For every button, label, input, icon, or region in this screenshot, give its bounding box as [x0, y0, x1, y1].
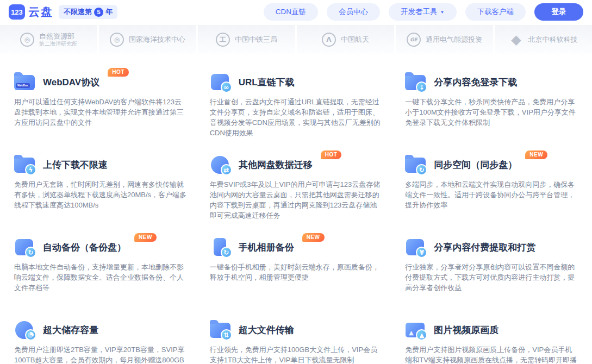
url-link-icon-glyph: ∞: [221, 81, 232, 93]
feature-title: 超大储存容量: [43, 324, 98, 336]
data-migration-icon: ⇄: [210, 155, 232, 174]
partner-name: 国家海洋技术中心: [129, 35, 185, 44]
feature-title: 图片视频原画质: [434, 324, 498, 336]
partner-name: 中国航天: [341, 35, 369, 44]
paid-share-icon-glyph: ¥: [416, 247, 427, 258]
feature-title: 上传下载不限速: [43, 159, 108, 171]
feature-card: ↻ 手机相册备份 NEW 一键备份手机相册，美好时刻云端永存，原画质备份，释放手…: [210, 237, 383, 320]
feature-description: 免费用户无套路，忙时闲时无差别，网速有多快传输就有多快，浏览器单线程下载速度高达…: [14, 179, 187, 210]
feature-card: ¥ 分享内容付费提取和打赏 行业独家，分享者对分享原创内容可以设置不同金额的付费…: [405, 237, 578, 320]
feature-card: ∞ URL直链下载 行业首创，云盘内文件可通过URL直链提取，无需经过文件分享页…: [210, 72, 383, 155]
no-speed-limit-badge: 不限速第 5 年: [59, 5, 117, 19]
large-file-folder-icon-glyph: ⇅: [221, 329, 232, 341]
feature-card: WebDav WebDAV协议 HOT 用户可以通过任何支持WebDAV的客户端…: [14, 72, 187, 155]
speed-folder-icon: ϟ: [14, 155, 36, 174]
ocean-tech-center-seal-icon: ◎: [110, 33, 124, 47]
badge-year-number: 5: [94, 8, 103, 17]
feature-description: 行业首创，云盘内文件可通过URL直链提取，无需经过文件分享页，支持自定义域名和防…: [210, 97, 383, 138]
feature-badge: NEW: [134, 233, 157, 242]
feature-badge: HOT: [321, 150, 342, 159]
sync-folder-icon-glyph: ↻: [416, 164, 427, 175]
nav-link-3[interactable]: 下载客户端: [465, 3, 526, 21]
feature-description: 一键下载分享文件，秒杀同类快传产品，免费用户分享小于100M文件接收方可免登录下…: [405, 97, 578, 128]
feature-description: 免费用户支持图片视频原画质上传备份，VIP会员手机端和TV端支持视频原画质在线点…: [405, 344, 578, 364]
feature-card: ↓ 分享内容免登录下载 一键下载分享文件，秒杀同类快传产品，免费用户分享小于10…: [405, 72, 578, 155]
feature-grid: WebDav WebDAV协议 HOT 用户可以通过任何支持WebDAV的客户端…: [0, 54, 592, 364]
feature-description: 行业独家，分享者对分享原创内容可以设置不同金额的付费提取方式，下载方可对优质内容…: [405, 262, 578, 293]
partner-item: ◎ 自然资源部 第二海洋研究所: [0, 25, 97, 54]
partner-strip: ◎ 自然资源部 第二海洋研究所 ◎ 国家海洋技术中心 工 中国中铁三局 Λ 中国…: [0, 25, 592, 54]
webdav-label: WebDav: [16, 83, 30, 88]
feature-card: 超大储存容量 免费用户注册即送2TB容量，VIP享20TB容量，SVIP享100…: [14, 320, 187, 364]
feature-title: WebDAV协议: [43, 76, 99, 89]
badge-suffix: 年: [105, 7, 113, 17]
storage-capacity-icon-glyph: [25, 329, 36, 341]
feature-title: 其他网盘数据迁移: [239, 159, 313, 171]
partner-item: ◎ 国家海洋技术中心: [99, 25, 196, 54]
chevron-down-icon: ▼: [440, 10, 445, 15]
partner-item: 工 中国中铁三局: [198, 25, 295, 54]
logo[interactable]: 123 云盘: [9, 4, 53, 20]
paid-share-icon: ¥: [405, 237, 427, 257]
feature-title: URL直链下载: [239, 76, 295, 89]
feature-description: 年费SVIP或3年及以上VIP的用户可申请与123云盘存储池同内网的大容量云桌面…: [210, 179, 383, 221]
partner-name: 通用电气能源投资: [426, 35, 482, 44]
feature-title: 分享内容免登录下载: [434, 76, 517, 89]
webdav-folder-icon: WebDav: [14, 72, 36, 92]
diamond-logo-icon: ◆: [509, 33, 524, 47]
partner-item: Λ 中国航天: [297, 25, 394, 54]
storage-capacity-icon: [14, 320, 36, 340]
speed-folder-icon-glyph: ϟ: [25, 164, 36, 175]
original-quality-photo-icon: ▲: [405, 320, 427, 340]
feature-card: ↻ 同步空间（同步盘） NEW 多端同步，本地和云端文件实现自动双向同步，确保各…: [405, 155, 578, 237]
partner-item: ◆ 北京中科软科技: [495, 25, 592, 54]
feature-title: 分享内容付费提取和打赏: [434, 241, 535, 254]
ge-logo-icon: GE: [407, 33, 421, 47]
partner-name: 北京中科软科技: [528, 35, 578, 44]
feature-title: 同步空间（同步盘）: [434, 159, 517, 171]
feature-badge: NEW: [302, 233, 325, 242]
feature-title: 手机相册备份: [239, 241, 294, 254]
share-download-folder-icon-glyph: ↓: [416, 81, 427, 93]
nature-resources-seal-icon: ◎: [20, 33, 34, 47]
nav-link-2[interactable]: 开发者工具 ▼: [389, 3, 456, 21]
feature-badge: HOT: [108, 68, 129, 77]
casc-logo-icon: Λ: [322, 33, 336, 47]
feature-title: 自动备份（备份盘）: [43, 241, 126, 254]
login-button[interactable]: 登录: [534, 3, 583, 21]
crec-logo-icon: 工: [216, 33, 230, 47]
feature-badge: NEW: [525, 150, 547, 159]
feature-card: ϟ 上传下载不限速 免费用户无套路，忙时闲时无差别，网速有多快传输就有多快，浏览…: [14, 155, 187, 237]
data-migration-icon-glyph: ⇄: [221, 164, 232, 175]
feature-description: 免费用户注册即送2TB容量，VIP享20TB容量，SVIP享100TB超大容量，…: [14, 344, 187, 364]
original-quality-photo-icon-glyph: ▲: [416, 329, 427, 341]
feature-card: ⇅ 超大文件传输 行业领先，免费用户支持100GB大文件上传，VIP会员支持1T…: [210, 320, 383, 364]
partner-name: 自然资源部: [39, 32, 77, 41]
partner-subname: 第二海洋研究所: [39, 41, 77, 47]
partner-item: GE 通用电气能源投资: [396, 25, 493, 54]
feature-description: 用户可以通过任何支持WebDAV的客户端软件将123云盘挂载到本地，实现文件本地…: [14, 97, 187, 128]
auto-backup-icon-glyph: ↻: [25, 247, 36, 258]
feature-card: ↻ 自动备份（备份盘） NEW 电脑本地文件自动备份，支持增量更新，本地删除不影…: [14, 237, 187, 320]
nav-link-0[interactable]: CDN直链: [264, 3, 318, 21]
auto-backup-icon: ↻: [14, 237, 36, 257]
brand-name: 云盘: [28, 4, 53, 20]
feature-card: ▲ 图片视频原画质 免费用户支持图片视频原画质上传备份，VIP会员手机端和TV端…: [405, 320, 578, 364]
top-navbar: 123 云盘 不限速第 5 年 CDN直链 会员中心 开发者工具 ▼ 下载客户端…: [0, 0, 592, 24]
partner-name: 中国中铁三局: [235, 35, 277, 44]
large-file-folder-icon: ⇅: [210, 320, 232, 340]
share-download-folder-icon: ↓: [405, 72, 427, 92]
phone-album-icon: ↻: [210, 237, 232, 257]
sync-folder-icon: ↻: [405, 155, 427, 174]
nav-link-1[interactable]: 会员中心: [327, 3, 380, 21]
nav-actions: CDN直链 会员中心 开发者工具 ▼ 下载客户端 登录: [264, 3, 583, 21]
feature-title: 超大文件传输: [239, 324, 294, 336]
logo-123-icon: 123: [9, 4, 25, 20]
feature-description: 一键备份手机相册，美好时刻云端永存，原画质备份，释放手机空间，相册管理更便捷: [210, 262, 383, 283]
phone-album-icon-glyph: ↻: [221, 247, 232, 258]
url-link-icon: ∞: [210, 72, 232, 92]
badge-prefix: 不限速第: [64, 7, 92, 17]
feature-description: 电脑本地文件自动备份，支持增量更新，本地删除不影响云端文件，保障数据安全。适合企…: [14, 262, 187, 293]
feature-description: 行业领先，免费用户支持100GB大文件上传，VIP会员支持1TB大文件上传，VI…: [210, 344, 383, 364]
feature-card: ⇄ 其他网盘数据迁移 HOT 年费SVIP或3年及以上VIP的用户可申请与123…: [210, 155, 383, 237]
